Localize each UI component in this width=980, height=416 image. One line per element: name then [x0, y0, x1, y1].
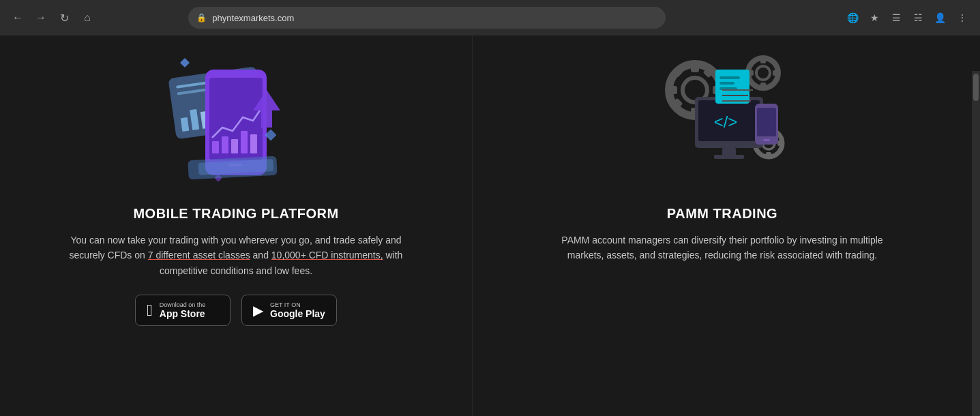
svg-rect-36 — [760, 83, 766, 89]
svg-rect-55 — [757, 108, 776, 136]
svg-rect-56 — [763, 139, 770, 141]
svg-rect-15 — [250, 134, 257, 153]
mobile-trading-illustration — [161, 49, 311, 192]
svg-rect-50 — [715, 70, 749, 104]
svg-rect-12 — [222, 136, 228, 153]
scrollbar[interactable] — [972, 71, 980, 416]
google-play-main: Google Play — [270, 308, 325, 319]
pamm-trading-title: PAMM TRADING — [667, 206, 777, 222]
mobile-trading-title: MOBILE TRADING PLATFORM — [133, 206, 338, 222]
pamm-trading-section: </> — [473, 35, 972, 416]
svg-rect-42 — [766, 152, 771, 158]
svg-rect-49 — [714, 155, 744, 159]
url-text: phyntexmarkets.com — [212, 13, 294, 23]
svg-point-34 — [756, 66, 770, 80]
bookmark-icon[interactable]: ★ — [865, 8, 885, 27]
svg-rect-52 — [719, 82, 734, 85]
svg-rect-51 — [719, 76, 740, 79]
google-play-button[interactable]: ▶ GET IT ON Google Play — [241, 295, 337, 326]
app-store-sub: Download on the — [160, 301, 206, 308]
browser-chrome: ← → ↻ ⌂ 🔒 phyntexmarkets.com 🌐 ★ ☰ ☵ 👤 ⋮ — [0, 0, 980, 35]
pamm-trading-description: PAMM account managers can diversify thei… — [545, 233, 900, 263]
svg-rect-13 — [231, 139, 238, 153]
app-store-button[interactable]:  Download on the App Store — [135, 295, 231, 326]
app-store-main: App Store — [160, 308, 206, 319]
asset-classes-link[interactable]: 7 different asset classes — [148, 250, 250, 261]
svg-rect-35 — [760, 57, 766, 63]
mobile-trading-description: You can now take your trading with you w… — [59, 233, 413, 278]
page-content: MOBILE TRADING PLATFORM You can now take… — [0, 35, 972, 416]
svg-text:</>: </> — [714, 113, 738, 131]
scrollbar-thumb[interactable] — [973, 74, 979, 101]
cfd-instruments-link[interactable]: 10,000+ CFD instruments, — [271, 250, 383, 261]
svg-rect-27 — [666, 86, 677, 94]
forward-button[interactable]: → — [31, 8, 50, 27]
google-play-icon: ▶ — [253, 302, 263, 318]
sidebar-icon[interactable]: ☵ — [909, 8, 928, 27]
home-button[interactable]: ⌂ — [78, 8, 97, 27]
google-play-text: GET IT ON Google Play — [270, 301, 325, 319]
refresh-button[interactable]: ↻ — [55, 8, 74, 27]
extension-icon[interactable]: ☰ — [887, 8, 906, 27]
lock-icon: 🔒 — [196, 13, 207, 23]
nav-buttons: ← → ↻ ⌂ — [8, 8, 97, 27]
svg-rect-14 — [241, 131, 248, 153]
mobile-trading-section: MOBILE TRADING PLATFORM You can now take… — [0, 35, 473, 416]
translate-icon[interactable]: 🌐 — [844, 8, 863, 27]
svg-rect-44 — [777, 140, 784, 146]
google-play-sub: GET IT ON — [270, 301, 325, 308]
app-download-buttons:  Download on the App Store ▶ GET IT ON … — [135, 295, 337, 326]
pamm-illustration: </> — [654, 49, 790, 192]
app-store-text: Download on the App Store — [160, 301, 206, 319]
back-button[interactable]: ← — [8, 8, 27, 27]
two-column-layout: MOBILE TRADING PLATFORM You can now take… — [0, 35, 972, 416]
menu-icon[interactable]: ⋮ — [953, 8, 972, 27]
browser-right-icons: 🌐 ★ ☰ ☵ 👤 ⋮ — [844, 8, 972, 27]
address-bar[interactable]: 🔒 phyntexmarkets.com — [188, 7, 666, 29]
svg-rect-38 — [773, 70, 779, 76]
svg-rect-11 — [212, 141, 219, 153]
apple-icon:  — [147, 301, 153, 320]
svg-rect-18 — [180, 58, 190, 68]
svg-rect-25 — [691, 61, 699, 72]
profile-icon[interactable]: 👤 — [931, 8, 950, 27]
svg-rect-19 — [265, 130, 277, 141]
